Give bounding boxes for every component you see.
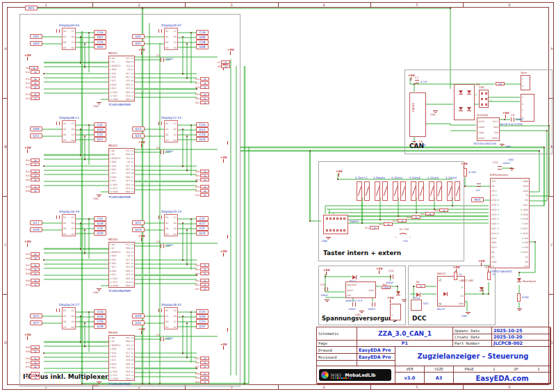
signal-port[interactable]: C2B <box>196 40 208 44</box>
signal-port[interactable]: D14 <box>196 127 208 132</box>
resistor[interactable]: R181k <box>195 80 209 84</box>
resistor[interactable]: R151k <box>26 91 40 95</box>
signal-port[interactable]: C1E <box>94 216 106 221</box>
external-switch-connector[interactable] <box>323 215 348 234</box>
voltage-regulator[interactable]: ADJ/GNDVOUTVIN VOUT <box>345 281 376 298</box>
capacitor-icon[interactable] <box>161 244 164 248</box>
resistor[interactable]: R571k <box>195 359 209 364</box>
signal-port[interactable]: D23 <box>132 227 145 232</box>
display-connector-body[interactable]: R1C1D1D2R2C2D3D4 <box>164 307 178 329</box>
resistor[interactable]: R641k <box>407 210 420 223</box>
switch-pair[interactable]: S_Rotate <box>373 176 390 212</box>
dcc-connector[interactable] <box>411 300 422 311</box>
resistor[interactable]: R611k <box>365 220 379 234</box>
resistor[interactable]: R631k <box>393 213 407 227</box>
signal-port[interactable]: C1H <box>196 309 208 314</box>
capacitor-icon[interactable] <box>390 275 393 279</box>
signal-port[interactable]: D03 <box>30 41 42 46</box>
signal-port[interactable]: D11 <box>30 133 42 138</box>
signal-port[interactable]: D26 <box>94 314 106 319</box>
signal-port[interactable]: C1D <box>196 122 208 127</box>
signal-port[interactable]: C1F <box>196 216 208 221</box>
solder-jumper[interactable]: 2 1 to +5V +5V <box>394 227 415 243</box>
signal-port[interactable]: D09 <box>30 126 42 131</box>
signal-port[interactable]: D08 <box>196 44 208 49</box>
resistor[interactable]: R211k <box>195 95 209 99</box>
signal-port[interactable]: D19 <box>30 227 42 232</box>
mobaledlib-logo[interactable]: WIKI · MobaLedLib <box>319 369 391 381</box>
resistor[interactable]: R411k <box>26 277 40 281</box>
capacitor-icon[interactable] <box>477 183 481 187</box>
capacitor-icon[interactable] <box>511 117 514 122</box>
display-connector-body[interactable]: R1C1D1D2R2C2D3D4 <box>62 307 76 329</box>
capacitor-icon[interactable] <box>498 166 502 170</box>
termination-resistor[interactable]: 120 <box>496 82 505 85</box>
signal-port[interactable]: D28 <box>94 324 106 329</box>
resistor[interactable]: R601k <box>195 375 209 379</box>
signal-port[interactable]: D10 <box>94 127 106 132</box>
resistor[interactable]: R441k <box>195 266 209 270</box>
resistor-value[interactable]: 1k <box>416 284 425 288</box>
resistor[interactable]: R361k <box>26 251 40 255</box>
resistor[interactable]: R81k <box>218 59 230 63</box>
resistor[interactable]: R101k <box>26 65 40 69</box>
display-connector-body[interactable]: R1C1D1D2R2C2D3D4 <box>164 28 178 50</box>
signal-port[interactable]: D18 <box>94 221 106 226</box>
resistor-icon[interactable] <box>517 293 521 302</box>
signal-port[interactable]: C1A <box>94 30 106 35</box>
resistor[interactable]: R311k <box>195 172 209 177</box>
capacitor-icon[interactable] <box>161 58 164 62</box>
signal-port[interactable]: D17 <box>30 220 42 225</box>
mux-chip[interactable]: 1 A02 A13 RESET#4 SD05 SC06 SD17 SC18 SD… <box>108 56 135 101</box>
signal-port[interactable]: D30 <box>196 314 208 319</box>
resistor[interactable]: R131k <box>26 80 40 84</box>
signal-port[interactable]: C2H <box>196 319 208 324</box>
led-icon[interactable] <box>517 278 521 281</box>
capacitor-icon[interactable] <box>352 302 356 307</box>
can-connector[interactable]: 1234 <box>521 94 534 122</box>
resistor[interactable]: R491k <box>26 344 40 348</box>
resistor-icon[interactable] <box>454 272 457 280</box>
capacitor-icon[interactable] <box>372 302 375 307</box>
signal-port[interactable]: D22 <box>196 221 208 226</box>
esp32-module[interactable]: 3V3ENVPVNIO34IO35IO32IO33IO25IO26IO27IO1… <box>490 178 530 268</box>
switch-pair[interactable]: S_Gleis1 <box>391 176 408 212</box>
capacitor-icon[interactable] <box>161 150 164 154</box>
signal-port[interactable]: D04 <box>94 44 106 49</box>
switch-pair[interactable]: S_Test+1 <box>355 176 372 212</box>
signal-port[interactable]: D06 <box>196 35 208 40</box>
signal-port[interactable]: D29 <box>132 313 145 318</box>
signal-port[interactable]: D02 <box>94 35 106 40</box>
resistor-value[interactable]: 150Ω <box>382 286 391 289</box>
display-connector[interactable]: Display16-19 R1C1D1D2R2C2D3D4 D17D19 <box>22 210 123 240</box>
term-connector[interactable]: 12 <box>521 75 530 90</box>
capacitor-icon[interactable] <box>415 80 419 83</box>
signal-port[interactable]: D31 <box>132 320 145 325</box>
dcdc-converter[interactable]: 0505S <box>409 92 426 137</box>
resistor[interactable]: R621k <box>379 217 393 230</box>
signal-port[interactable]: C2C <box>94 132 106 137</box>
res-port[interactable]: RES <box>25 6 38 10</box>
signal-port[interactable]: C2E <box>94 226 106 231</box>
mux-chip[interactable]: 1 A02 A13 RESET#4 SD05 SC06 SD17 SC18 SD… <box>108 335 135 381</box>
signal-port[interactable]: D24 <box>196 231 208 236</box>
signal-port[interactable]: D01 <box>30 34 42 39</box>
resistor[interactable]: R231k <box>26 157 40 161</box>
power-connector[interactable]: 12 <box>390 304 401 320</box>
signal-port[interactable]: C1B <box>196 30 208 35</box>
diode-array[interactable] <box>454 84 475 120</box>
signal-port[interactable]: C2D <box>196 132 208 137</box>
signal-port[interactable]: D27 <box>30 320 42 325</box>
signal-port[interactable]: D16 <box>196 137 208 142</box>
signal-port[interactable]: D21 <box>132 220 145 225</box>
capacitor-icon[interactable] <box>325 287 328 291</box>
signal-port[interactable]: C1C <box>94 122 106 127</box>
signal-port[interactable]: D07 <box>132 41 145 46</box>
display-connector-body[interactable]: R1C1D1D2R2C2D3D4 <box>164 214 178 236</box>
signal-port[interactable]: D15 <box>132 133 145 138</box>
capacitor-icon[interactable] <box>161 337 164 341</box>
display-connector-body[interactable]: R1C1D1D2R2C2D3D4 <box>62 214 76 236</box>
mux-chip[interactable]: 1 A02 A13 RESET#4 SD05 SC06 SD17 SC18 SD… <box>108 242 135 288</box>
signal-port[interactable]: C1G <box>94 309 106 314</box>
resistor[interactable]: R521k <box>26 359 40 364</box>
